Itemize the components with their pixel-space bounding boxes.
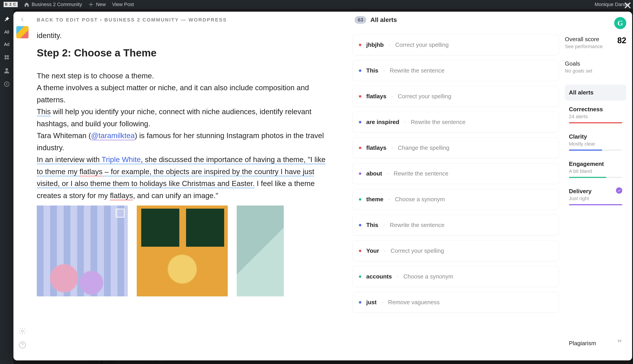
score-sub: See performance (565, 44, 603, 50)
alert-suggestion: Remove vagueness (388, 299, 440, 306)
cat-delivery[interactable]: Delivery Just right (565, 183, 626, 210)
alert-dot (359, 147, 361, 149)
plagiarism-button[interactable]: Plagiarism ❞ (565, 335, 626, 352)
document-column: BACK TO EDIT POST ‹ BUSINESS 2 COMMUNITY… (31, 12, 350, 360)
link-triple-white[interactable]: Triple White (102, 155, 141, 164)
gear-icon[interactable] (19, 327, 26, 335)
alert-term: flatlays (366, 144, 386, 151)
cat-engagement[interactable]: Engagement A bit bland (565, 156, 626, 182)
doc-paragraph: This will help you identify your niche, … (37, 106, 332, 130)
grammarly-logo[interactable]: G (614, 17, 626, 29)
document-body[interactable]: identity. Step 2: Choose a Theme The nex… (37, 30, 332, 296)
cat-clarity[interactable]: Clarity Mostly clear (565, 129, 626, 155)
underline-spelling[interactable]: flatlays (110, 192, 133, 200)
user-icon[interactable] (4, 68, 10, 74)
alert-item[interactable]: theme · Choose a synonym (352, 189, 559, 210)
check-icon (616, 187, 622, 194)
alert-item[interactable]: jhbjhb · Correct your spelling (352, 34, 559, 55)
cat-all-alerts[interactable]: All alerts (565, 84, 626, 100)
score-column: G Overall score See performance 82 Goals… (565, 12, 632, 360)
alert-item[interactable]: flatlays · Change the spelling (352, 138, 559, 158)
score-value: 82 (617, 36, 626, 45)
home-icon (24, 2, 29, 7)
wp-view-post[interactable]: View Post (112, 2, 134, 8)
alert-item[interactable]: flatlays · Correct your spelling (352, 86, 559, 107)
wp-admin-bar: B 2 C Business 2 Community New View Post… (0, 0, 633, 9)
embedded-image[interactable] (237, 206, 284, 296)
goals-block[interactable]: Goals No goals set (565, 60, 626, 74)
alert-item[interactable]: Your · Correct your spelling (352, 240, 559, 261)
score-label: Overall score (565, 36, 603, 43)
plus-icon (88, 2, 94, 7)
wp-site-name: Business 2 Community (32, 2, 82, 8)
app-badge[interactable] (16, 26, 29, 38)
alert-count-badge: 63 (355, 16, 366, 24)
alert-item[interactable]: accounts · Choose a synonym (352, 266, 559, 287)
cat-correctness[interactable]: Correctness 24 alerts (565, 102, 626, 128)
alerts-list: jhbjhb · Correct your spelling This · Re… (352, 34, 559, 313)
alert-item[interactable]: This · Rewrite the sentence (352, 60, 559, 81)
doc-tail: identity. (37, 31, 62, 40)
wp-new-label: New (96, 2, 106, 8)
wp-site-link[interactable]: Business 2 Community (24, 2, 82, 8)
alert-term: are inspired (366, 119, 399, 126)
goals-title: Goals (565, 60, 626, 67)
breadcrumb[interactable]: BACK TO EDIT POST ‹ BUSINESS 2 COMMUNITY… (37, 17, 332, 23)
alert-term: flatlays (366, 93, 386, 100)
doc-paragraph: Tara Whiteman (@taramilktea) is famous f… (37, 130, 332, 154)
alert-suggestion: Rewrite the sentence (390, 67, 445, 74)
alerts-column: 63 All alerts jhbjhb · Correct your spel… (350, 12, 565, 360)
alert-suggestion: Correct your spelling (395, 42, 449, 48)
doc-paragraph: The next step is to choose a theme. (37, 70, 332, 82)
embedded-image[interactable] (137, 206, 228, 296)
alert-suggestion: Rewrite the sentence (411, 119, 466, 126)
alert-dot (359, 70, 361, 72)
embedded-image[interactable] (37, 206, 128, 296)
alerts-header: 63 All alerts (355, 16, 559, 24)
alert-term: jhbjhb (366, 42, 384, 48)
alert-item[interactable]: about · Rewrite the sentence (352, 163, 559, 184)
overall-score[interactable]: Overall score See performance 82 (565, 36, 626, 50)
doc-heading: Step 2: Choose a Theme (37, 44, 332, 61)
image-row (37, 206, 332, 296)
wp-sidebar: All Ad (0, 9, 14, 364)
alert-suggestion: Correct your spelling (391, 247, 444, 254)
alert-suggestion: Correct your spelling (398, 93, 451, 100)
alert-term: theme (366, 196, 383, 203)
modal-rail (14, 12, 31, 360)
alert-dot (359, 198, 361, 200)
collapse-icon[interactable] (4, 81, 10, 87)
alert-dot (359, 121, 361, 123)
underline-spelling[interactable]: flatlays (80, 168, 103, 176)
help-icon[interactable] (19, 341, 26, 349)
alert-suggestion: Rewrite the sentence (390, 222, 445, 228)
pin-icon[interactable] (4, 16, 10, 22)
link-handle[interactable]: @taramilktea (91, 132, 135, 140)
alert-item[interactable]: This · Rewrite the sentence (352, 215, 559, 236)
alert-term: This (366, 222, 378, 228)
alert-term: accounts (366, 273, 392, 280)
back-icon[interactable] (20, 16, 25, 22)
alert-dot (359, 44, 361, 46)
alert-term: Your (366, 247, 379, 254)
wp-side-add[interactable]: Ad (4, 42, 10, 47)
category-list: All alerts Correctness 24 alerts Clarity… (565, 84, 626, 210)
svg-point-1 (22, 330, 24, 332)
alert-suggestion: Change the spelling (398, 144, 450, 151)
alert-dot (359, 250, 361, 252)
wp-view-post-label: View Post (112, 2, 134, 8)
alert-item[interactable]: are inspired · Rewrite the sentence (352, 112, 559, 132)
alert-dot (359, 172, 361, 175)
media-icon[interactable] (4, 54, 10, 60)
wp-new-link[interactable]: New (88, 2, 106, 8)
alert-dot (359, 301, 361, 304)
alert-term: just (366, 299, 377, 306)
underline-clarity[interactable]: This (37, 108, 51, 116)
select-overlay-icon[interactable] (116, 209, 125, 218)
quote-icon: ❞ (617, 338, 622, 349)
alert-suggestion: Choose a synonym (395, 196, 445, 203)
wp-side-all[interactable]: All (4, 30, 9, 35)
close-icon[interactable] (623, 1, 632, 10)
alert-item[interactable]: just · Remove vagueness (352, 292, 559, 313)
doc-paragraph: A theme involves a subject matter or nic… (37, 82, 332, 106)
